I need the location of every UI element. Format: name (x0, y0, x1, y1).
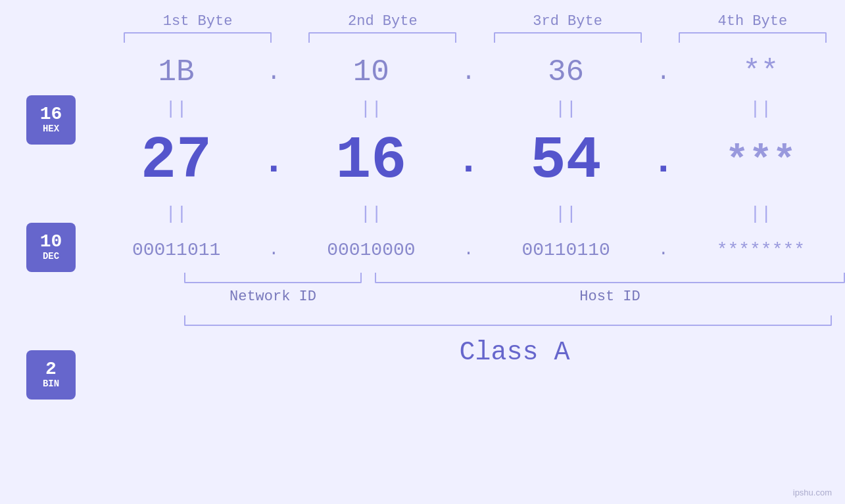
dec-val-3: 54 (531, 127, 602, 195)
main-container: 1st Byte 2nd Byte 3rd Byte 4th Byte 16 H… (0, 0, 845, 504)
bracket-cell-3 (475, 32, 660, 43)
hex-val-4: ** (742, 55, 779, 89)
hex-badge: 16 HEX (26, 95, 76, 145)
bottom-labels-row: Network ID Host ID (184, 288, 845, 305)
dec-name: DEC (43, 251, 59, 262)
byte2-header: 2nd Byte (290, 13, 475, 30)
bin-cell-3: 00110110 (482, 240, 650, 260)
bin-cell-2: 00010000 (287, 240, 455, 260)
hex-name: HEX (43, 124, 59, 134)
bin-val-4: ******** (717, 240, 805, 260)
hex-val-1: 1B (158, 55, 195, 89)
dec-val-4: *** (725, 139, 796, 183)
bin-dot-3: . (650, 240, 677, 260)
values-grid: 1B . 10 . 36 . ** || || (92, 43, 845, 504)
hex-number: 16 (40, 105, 62, 124)
eq1-4: || (677, 99, 845, 119)
bin-val-1: 00011011 (132, 240, 220, 260)
top-brackets (0, 32, 845, 43)
bin-dot-1: . (260, 240, 287, 260)
bin-badge: 2 BIN (26, 350, 76, 400)
dec-dot-2: . (456, 139, 482, 183)
eq2-4: || (677, 204, 845, 224)
eq2-3: || (482, 204, 650, 224)
bin-cell-4: ******** (677, 240, 845, 260)
equals-row-2: || || || || (92, 200, 845, 227)
dec-number: 10 (40, 233, 62, 251)
bottom-section: Network ID Host ID Class A (92, 273, 845, 367)
host-id-label: Host ID (375, 288, 845, 305)
hex-cell-2: 10 (287, 55, 455, 89)
watermark: ipshu.com (793, 488, 832, 497)
dec-cell-2: 16 (287, 127, 455, 195)
host-bracket (375, 273, 845, 283)
bottom-brackets-row (184, 273, 845, 283)
top-bracket-2 (308, 32, 456, 43)
byte3-header: 3rd Byte (475, 13, 660, 30)
top-bracket-4 (679, 32, 827, 43)
hex-val-2: 10 (353, 55, 389, 89)
byte4-header: 4th Byte (660, 13, 845, 30)
bin-number: 2 (45, 360, 57, 378)
network-bracket (184, 273, 362, 283)
eq1-2: || (287, 99, 455, 119)
content-area: 16 HEX 10 DEC 2 BIN 1B . 10 (0, 43, 845, 504)
top-bracket-1 (124, 32, 272, 43)
bin-val-3: 00110110 (521, 240, 610, 260)
network-id-label: Network ID (184, 288, 362, 305)
hex-dot-3: . (650, 59, 677, 86)
top-bracket-3 (494, 32, 642, 43)
hex-dot-1: . (260, 59, 287, 86)
dec-cell-4: *** (677, 139, 845, 183)
dec-val-1: 27 (141, 127, 212, 195)
byte1-header: 1st Byte (105, 13, 290, 30)
dec-badge: 10 DEC (26, 223, 76, 272)
dec-dot-3: . (650, 139, 677, 183)
hex-val-3: 36 (548, 55, 584, 89)
dec-cell-3: 54 (482, 127, 650, 195)
hex-row: 1B . 10 . 36 . ** (92, 43, 845, 95)
class-label: Class A (184, 331, 845, 367)
dec-cell-1: 27 (92, 127, 260, 195)
bin-dot-2: . (456, 240, 482, 260)
base-labels: 16 HEX 10 DEC 2 BIN (0, 43, 92, 504)
bin-name: BIN (43, 378, 59, 389)
bracket-cell-2 (290, 32, 475, 43)
hex-cell-3: 36 (482, 55, 650, 89)
eq2-1: || (92, 204, 260, 224)
dec-dot-1: . (260, 139, 287, 183)
full-bottom-bracket (184, 315, 832, 326)
dec-row: 27 . 16 . 54 . *** (92, 122, 845, 200)
bin-cell-1: 00011011 (92, 240, 260, 260)
bracket-cell-1 (105, 32, 290, 43)
bin-val-2: 00010000 (327, 240, 415, 260)
eq2-2: || (287, 204, 455, 224)
eq1-3: || (482, 99, 650, 119)
bin-row: 00011011 . 00010000 . 00110110 . *******… (92, 227, 845, 273)
byte-headers: 1st Byte 2nd Byte 3rd Byte 4th Byte (0, 13, 845, 30)
eq1-1: || (92, 99, 260, 119)
dec-val-2: 16 (335, 127, 406, 195)
bracket-cell-4 (660, 32, 845, 43)
hex-cell-1: 1B (92, 55, 260, 89)
equals-row-1: || || || || (92, 95, 845, 122)
hex-cell-4: ** (677, 55, 845, 89)
hex-dot-2: . (456, 59, 482, 86)
